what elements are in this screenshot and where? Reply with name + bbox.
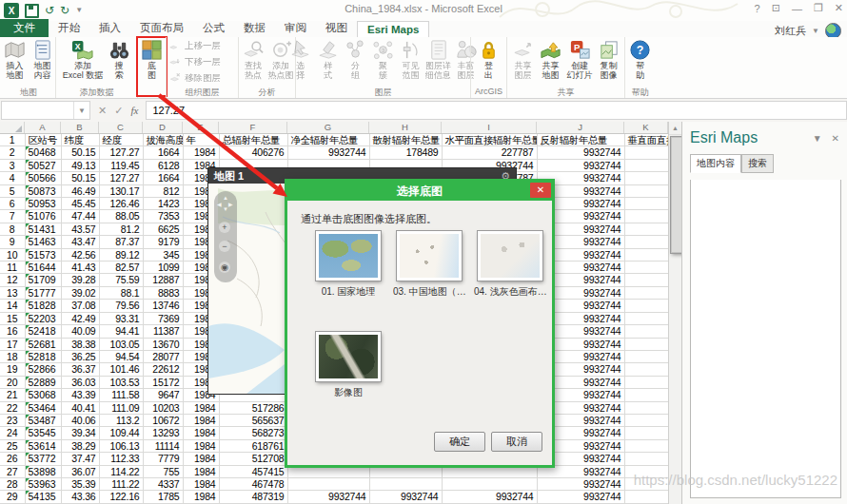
cell[interactable]: 38.29 [61,439,99,452]
cell[interactable]: 50.15 [61,172,99,184]
layer-details-button[interactable]: 图层详细信息 [425,38,452,87]
cell[interactable]: 227787 [442,146,537,159]
row-header[interactable]: 29 [0,491,25,503]
row-header[interactable]: 5 [0,184,25,197]
confirm-entry-icon[interactable]: ✓ [114,105,123,117]
cluster-button[interactable]: 3聚簇 [370,38,397,87]
basemap-thumbnail-3[interactable] [316,332,381,381]
cell[interactable]: 51431 [25,223,61,235]
row-header[interactable]: 11 [0,262,25,274]
cell[interactable] [624,184,668,197]
cell[interactable]: 10203 [143,401,183,414]
row-header[interactable]: 4 [0,172,25,184]
cell[interactable]: 拔海高度 [143,134,183,146]
cell[interactable] [624,477,668,490]
row-header[interactable]: 6 [0,198,25,210]
cell[interactable]: 1984 [183,453,219,465]
cell[interactable]: 53772 [25,453,61,465]
vertical-scrollbar[interactable]: ▲ [668,122,681,504]
cell[interactable]: 15172 [143,376,183,388]
panel-collapse-icon[interactable]: ▼ [813,133,822,144]
cell[interactable]: 8883 [143,286,183,299]
cell[interactable]: 9932744 [369,491,442,503]
cell[interactable]: 39.34 [61,427,99,439]
cell[interactable]: 9932744 [537,477,624,490]
cell[interactable]: 82.57 [99,262,143,274]
row-header[interactable]: 12 [0,274,25,286]
cell[interactable]: 13670 [143,338,183,350]
ribbon-options-icon[interactable]: ⊡ [772,2,780,14]
cell[interactable]: 51777 [25,286,61,299]
cell[interactable]: 9932744 [442,491,537,503]
cell[interactable]: 812 [143,184,183,197]
cell[interactable]: 52681 [25,338,61,350]
cell[interactable]: 39.28 [61,274,99,286]
cell[interactable]: 1664 [143,146,183,159]
select-arrow-button[interactable]: 选择 [287,38,314,87]
row-header[interactable]: 26 [0,453,25,465]
cell[interactable]: 52203 [25,312,61,324]
cell[interactable]: 1984 [183,477,219,490]
cell[interactable]: 39.02 [61,286,99,299]
tab-视图[interactable]: 视图 [316,19,357,37]
cell[interactable] [624,363,668,376]
cell[interactable]: 1785 [143,491,183,503]
cell[interactable] [624,300,668,312]
cell[interactable]: 54135 [25,491,61,503]
dialog-close-icon[interactable]: ✕ [530,183,551,198]
cell[interactable]: 103.53 [99,376,143,388]
cell[interactable]: 53963 [25,477,61,490]
cell[interactable]: 10672 [143,414,183,426]
cell[interactable] [624,427,668,439]
cell[interactable]: 11114 [143,439,183,452]
cell[interactable]: 9647 [143,389,183,401]
cell[interactable]: 6625 [143,223,183,235]
cell[interactable] [624,146,668,159]
cell[interactable]: 36.07 [61,465,99,477]
help-button[interactable]: ?帮助 [627,38,654,87]
cell[interactable]: 1664 [143,172,183,184]
column-header-I[interactable]: I [442,122,537,133]
cell[interactable]: 50566 [25,172,61,184]
help-icon[interactable]: ? [755,3,760,14]
layer-down-button[interactable]: 下移一层 [168,54,236,69]
cell[interactable] [624,414,668,426]
cell[interactable]: 51076 [25,210,61,223]
cell[interactable]: 水平面直接辐射年总量 [442,134,537,146]
cell[interactable]: 406276 [219,146,287,159]
zoom-out-icon[interactable]: − [219,241,230,252]
cell[interactable] [624,312,668,324]
cell[interactable]: 散射辐射年总量 [369,134,442,146]
cell[interactable]: 50468 [25,146,61,159]
cell[interactable] [624,439,668,452]
cell[interactable]: 53487 [25,414,61,426]
cell[interactable]: 53545 [25,427,61,439]
share-map-button[interactable]: 共享地图 [538,38,564,87]
tab-页面布局[interactable]: 页面布局 [130,19,193,37]
cell[interactable]: 49.13 [61,159,99,171]
ppt-button[interactable]: P创建幻灯片 [565,38,595,87]
cell[interactable] [624,236,668,248]
layer-remove-button[interactable]: 移除图层 [168,70,236,86]
cell[interactable]: 区站号 [25,134,61,146]
column-header-F[interactable]: F [219,122,287,133]
cell[interactable]: 88.05 [99,210,143,223]
row-header[interactable]: 7 [0,210,25,223]
cell[interactable]: 1984 [183,401,219,414]
cell[interactable]: 101.46 [99,363,143,376]
cell[interactable]: 111.22 [99,477,143,490]
cell[interactable]: 7369 [143,312,183,324]
cell[interactable] [624,159,668,171]
cell[interactable] [624,325,668,338]
row-header[interactable]: 16 [0,325,25,338]
cell[interactable]: 119.45 [99,159,143,171]
row-header[interactable]: 25 [0,439,25,452]
cell[interactable]: 36.03 [61,376,99,388]
cell[interactable]: 345 [143,248,183,261]
cell[interactable]: 178489 [369,146,442,159]
cell[interactable]: 122.16 [99,491,143,503]
cell[interactable]: 79.56 [99,300,143,312]
copy-image-button[interactable]: 复制图像 [596,38,622,87]
cell[interactable]: 51709 [25,274,61,286]
row-header[interactable]: 27 [0,465,25,477]
